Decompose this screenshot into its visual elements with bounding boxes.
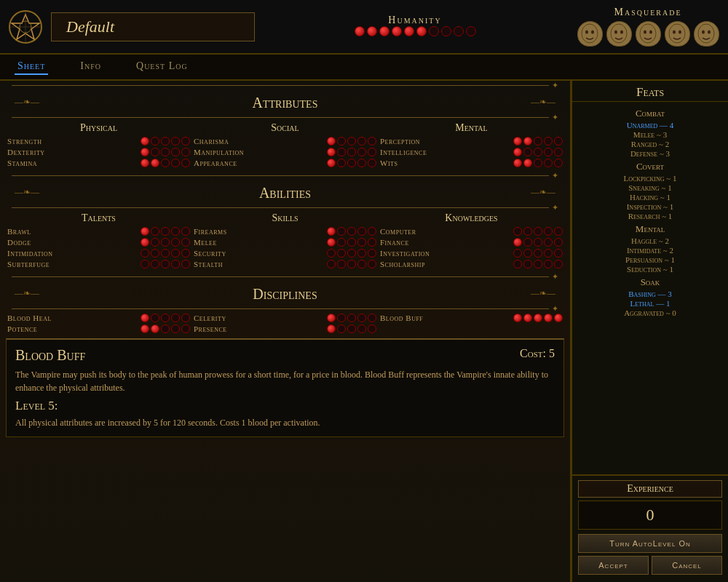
- dot[interactable]: [523, 227, 532, 236]
- dot[interactable]: [181, 324, 190, 333]
- stat-row[interactable]: Intelligence: [380, 148, 563, 156]
- dot[interactable]: [347, 314, 356, 322]
- humanity-dot-7[interactable]: [441, 26, 451, 36]
- dot[interactable]: [171, 249, 180, 258]
- feat-row[interactable]: Haggle ~ 2: [578, 236, 722, 245]
- dot[interactable]: [357, 159, 366, 167]
- dot[interactable]: [513, 249, 522, 258]
- dot[interactable]: [368, 249, 376, 258]
- dot[interactable]: [544, 314, 553, 322]
- dot[interactable]: [171, 148, 180, 156]
- stat-row[interactable]: Intimidation: [7, 249, 190, 258]
- feat-row[interactable]: Lockpicking ~ 1: [578, 174, 722, 183]
- dot[interactable]: [337, 238, 346, 247]
- dot[interactable]: [513, 260, 522, 268]
- stat-row[interactable]: Brawl: [7, 227, 190, 236]
- dot[interactable]: [554, 249, 563, 258]
- stat-row[interactable]: Perception: [380, 137, 563, 146]
- stat-row[interactable]: Firearms: [194, 227, 376, 236]
- dot[interactable]: [513, 227, 522, 236]
- dot[interactable]: [554, 159, 563, 167]
- dot[interactable]: [327, 159, 336, 167]
- dot[interactable]: [368, 260, 376, 268]
- feat-row[interactable]: Ranged ~ 2: [578, 140, 722, 148]
- discipline-row[interactable]: Blood Heal: [7, 314, 190, 322]
- dot[interactable]: [368, 314, 376, 322]
- dot[interactable]: [327, 314, 336, 322]
- dot[interactable]: [357, 249, 366, 258]
- stat-row[interactable]: Stealth: [194, 260, 376, 268]
- dot[interactable]: [347, 260, 356, 268]
- autolevel-button[interactable]: Turn AutoLevel On: [578, 534, 722, 553]
- dot[interactable]: [161, 238, 170, 247]
- dot[interactable]: [181, 249, 190, 258]
- character-name[interactable]: Default: [51, 12, 255, 41]
- dot[interactable]: [141, 324, 149, 333]
- dot[interactable]: [368, 159, 376, 167]
- dot[interactable]: [368, 324, 376, 333]
- stat-row[interactable]: Subterfuge: [7, 260, 190, 268]
- tab-quest-log[interactable]: Quest Log: [133, 59, 191, 75]
- dot[interactable]: [161, 324, 170, 333]
- dot[interactable]: [327, 238, 336, 247]
- cancel-button[interactable]: Cancel: [652, 556, 722, 575]
- stat-row[interactable]: Scholarship: [380, 260, 563, 268]
- dot[interactable]: [161, 260, 170, 268]
- stat-row[interactable]: Stamina: [7, 159, 190, 167]
- dot[interactable]: [151, 324, 159, 333]
- humanity-dot-0[interactable]: [355, 26, 365, 36]
- dot[interactable]: [171, 324, 180, 333]
- dot[interactable]: [347, 249, 356, 258]
- dot[interactable]: [357, 238, 366, 247]
- dot[interactable]: [327, 137, 336, 146]
- dot[interactable]: [368, 137, 376, 146]
- dot[interactable]: [161, 314, 170, 322]
- dot[interactable]: [554, 137, 563, 146]
- dot[interactable]: [141, 260, 149, 268]
- dot[interactable]: [327, 148, 336, 156]
- dot[interactable]: [327, 249, 336, 258]
- dot[interactable]: [337, 137, 346, 146]
- dot[interactable]: [523, 159, 532, 167]
- dot[interactable]: [337, 324, 346, 333]
- humanity-dot-5[interactable]: [416, 26, 427, 36]
- humanity-dot-8[interactable]: [454, 26, 464, 36]
- dot[interactable]: [151, 249, 159, 258]
- dot[interactable]: [141, 137, 149, 146]
- dot[interactable]: [337, 260, 346, 268]
- dot[interactable]: [554, 148, 563, 156]
- dot[interactable]: [151, 260, 159, 268]
- dot[interactable]: [534, 148, 542, 156]
- dot[interactable]: [151, 148, 159, 156]
- feat-row[interactable]: Hacking ~ 1: [578, 193, 722, 202]
- humanity-dot-1[interactable]: [367, 26, 377, 36]
- dot[interactable]: [151, 227, 159, 236]
- dot[interactable]: [554, 314, 563, 322]
- dot[interactable]: [513, 314, 522, 322]
- dot[interactable]: [181, 314, 190, 322]
- stat-row[interactable]: Finance: [380, 238, 563, 247]
- dot[interactable]: [347, 137, 356, 146]
- dot[interactable]: [368, 227, 376, 236]
- dot[interactable]: [523, 249, 532, 258]
- dot[interactable]: [327, 227, 336, 236]
- dot[interactable]: [151, 159, 159, 167]
- dot[interactable]: [523, 314, 532, 322]
- dot[interactable]: [534, 137, 542, 146]
- dot[interactable]: [337, 249, 346, 258]
- dot[interactable]: [534, 249, 542, 258]
- dot[interactable]: [347, 227, 356, 236]
- dot[interactable]: [141, 249, 149, 258]
- dot[interactable]: [357, 137, 366, 146]
- humanity-dot-9[interactable]: [466, 26, 476, 36]
- dot[interactable]: [181, 260, 190, 268]
- discipline-row-inner[interactable]: Potence: [7, 324, 190, 333]
- dot[interactable]: [357, 314, 366, 322]
- dot[interactable]: [347, 324, 356, 333]
- discipline-row[interactable]: Celerity: [194, 314, 376, 322]
- discipline-row-inner[interactable]: Presence: [194, 324, 376, 333]
- dot[interactable]: [523, 148, 532, 156]
- dot[interactable]: [141, 148, 149, 156]
- discipline-row[interactable]: Blood Buff: [380, 314, 563, 322]
- dot[interactable]: [513, 137, 522, 146]
